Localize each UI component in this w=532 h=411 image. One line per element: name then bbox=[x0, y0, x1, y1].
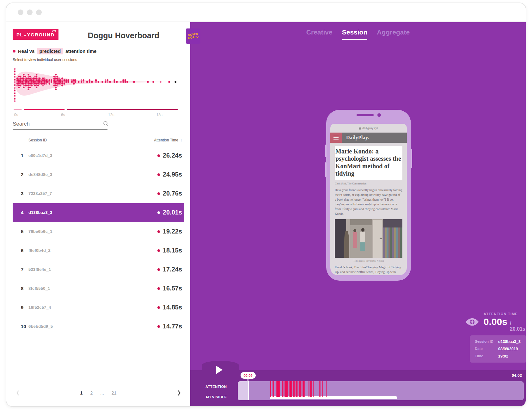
played-segment bbox=[238, 381, 248, 400]
logo-text-pre: PL bbox=[16, 32, 23, 37]
legend-real-vs: Real vs bbox=[18, 48, 35, 54]
sort-desc-icon[interactable]: ↓ bbox=[180, 138, 182, 142]
window-titlebar bbox=[6, 3, 526, 22]
legend-predicted[interactable]: predicted bbox=[37, 48, 63, 54]
table-row[interactable]: 1e00c1d7d_326.24s bbox=[13, 146, 184, 165]
table-row[interactable]: 576be6b6c_119.22s bbox=[13, 222, 184, 241]
phone-volume-button bbox=[325, 145, 327, 157]
row-attention-time: 19.22s bbox=[157, 228, 184, 235]
lock-icon bbox=[359, 127, 361, 130]
pagination: 12...21 bbox=[13, 385, 184, 401]
row-attention-time: 14.77s bbox=[157, 323, 184, 330]
tab-creative[interactable]: Creative bbox=[306, 28, 333, 40]
row-session-id: 6bebd5d9_5 bbox=[28, 324, 157, 329]
attention-stripe bbox=[310, 381, 311, 397]
beeswarm-chart[interactable]: 0s6s12s18s bbox=[13, 65, 184, 118]
table-row[interactable]: 37228a257_720.76s bbox=[13, 184, 184, 203]
table-row[interactable]: 916f52c57_414.85s bbox=[13, 298, 184, 317]
attention-stripe bbox=[276, 381, 277, 397]
attention-stripe bbox=[294, 381, 295, 397]
attention-stripe bbox=[321, 381, 321, 397]
row-attention-time: 20.01s bbox=[157, 209, 184, 216]
tab-aggregate[interactable]: Aggregate bbox=[377, 28, 410, 40]
attention-dot-icon bbox=[157, 173, 160, 176]
attention-dot-icon bbox=[157, 325, 160, 328]
article-paragraph-1: Have your friends recently begun obsessi… bbox=[335, 188, 402, 216]
traffic-light-dots[interactable] bbox=[18, 9, 42, 15]
phone-power-button bbox=[411, 149, 412, 168]
timeline-bar: 00:09 04:02 ATTENTION AD VISIBLE bbox=[190, 370, 526, 406]
row-session-id: de848d8e_3 bbox=[28, 172, 157, 177]
browser-url-bar: dailyplay.xyz bbox=[330, 124, 407, 133]
campaign-title: Doggu Hoverboard bbox=[88, 29, 159, 40]
article-paragraph-2: Kondo's book, The Life-Changing Magic of… bbox=[335, 265, 402, 275]
row-session-id: 8fcf5550_1 bbox=[28, 286, 157, 291]
row-session-id: d138baa3_3 bbox=[28, 210, 157, 215]
attention-dot-icon bbox=[157, 192, 160, 195]
row-session-id: 7228a257_7 bbox=[28, 191, 157, 196]
search-icon bbox=[103, 121, 109, 127]
col-attention-time[interactable]: Attention Time ↓ bbox=[154, 138, 184, 142]
pagination-page-21[interactable]: 21 bbox=[112, 390, 117, 395]
tooltip-stem bbox=[248, 379, 248, 381]
attention-stripe bbox=[287, 381, 288, 397]
url-text: dailyplay.xyz bbox=[362, 127, 378, 130]
playhead[interactable] bbox=[248, 381, 249, 400]
attention-stripe bbox=[319, 381, 320, 397]
attention-track[interactable] bbox=[238, 381, 524, 400]
row-attention-time: 26.24s bbox=[157, 152, 184, 159]
attention-stripe bbox=[326, 381, 327, 397]
tab-session[interactable]: Session bbox=[342, 28, 368, 40]
attention-row-label: ATTENTION bbox=[205, 385, 227, 389]
attention-dot-icon bbox=[157, 268, 160, 271]
svg-text:0s: 0s bbox=[14, 113, 18, 117]
svg-text:18s: 18s bbox=[156, 113, 162, 117]
attention-stripe bbox=[284, 381, 284, 397]
chart-legend: Real vs predicted attention time bbox=[13, 47, 184, 54]
phone-screen: dailyplay.xyz DailyPlay. Marie Kondo: a … bbox=[330, 124, 407, 275]
row-rank: 5 bbox=[13, 229, 28, 234]
logo-sup: XYZ bbox=[52, 30, 57, 32]
attention-stripe bbox=[303, 381, 304, 397]
table-row[interactable]: 7523f8e4e_117.24s bbox=[13, 260, 184, 279]
phone-notch bbox=[357, 114, 374, 116]
pagination-page-1[interactable]: 1 bbox=[80, 390, 83, 395]
row-rank: 6 bbox=[13, 248, 28, 253]
attention-stripe bbox=[273, 381, 274, 397]
table-row[interactable]: 88fcf5550_116.57s bbox=[13, 279, 184, 298]
pagination-ellipsis: ... bbox=[100, 390, 104, 395]
ad-visible-row-label: AD VISIBLE bbox=[205, 395, 227, 399]
table-row[interactable]: 6f6ef0b4d_218.15s bbox=[13, 241, 184, 260]
chevron-right-icon[interactable] bbox=[176, 389, 181, 396]
session-info-box: Session IDd138baa3_3Date08/09/2019Time19… bbox=[470, 335, 526, 363]
table-row[interactable]: 2de848d8e_324.95s bbox=[13, 165, 184, 184]
row-rank: 8 bbox=[13, 286, 28, 291]
hoverboard-creative-badge: HOVER BOARD bbox=[186, 28, 200, 44]
article-image bbox=[335, 219, 402, 258]
row-attention-time: 20.76s bbox=[157, 190, 184, 197]
col-session-id[interactable]: Session ID bbox=[28, 138, 47, 142]
attention-stripe bbox=[299, 381, 300, 397]
table-row[interactable]: 106bebd5d9_514.77s bbox=[13, 317, 184, 336]
site-header: DailyPlay. bbox=[330, 133, 407, 143]
play-button[interactable] bbox=[216, 366, 223, 374]
app-window: PL▲YGROUND XYZ Doggu Hoverboard HOVER BO… bbox=[6, 3, 526, 407]
attention-stripe bbox=[277, 381, 279, 397]
search-input[interactable] bbox=[13, 120, 107, 130]
attention-stripe bbox=[272, 381, 272, 397]
pagination-page-2[interactable]: 2 bbox=[90, 390, 93, 395]
table-row[interactable]: 4d138baa3_320.01s bbox=[13, 203, 184, 222]
attention-dot-icon bbox=[157, 154, 160, 157]
article-content: Marie Kondo: a psychologist assesses the… bbox=[330, 143, 407, 275]
row-rank: 2 bbox=[13, 172, 28, 177]
logo-triangle-icon: ▲ bbox=[23, 33, 27, 37]
article-headline: Marie Kondo: a psychologist assesses the… bbox=[335, 148, 402, 177]
row-session-id: 76be6b6c_1 bbox=[28, 229, 157, 234]
phone-mockup: dailyplay.xyz DailyPlay. Marie Kondo: a … bbox=[326, 110, 411, 281]
chevron-left-icon[interactable] bbox=[15, 390, 20, 396]
table-header: Session ID Attention Time ↓ bbox=[13, 134, 184, 146]
attention-dot-icon bbox=[157, 211, 160, 214]
session-table-body: 1e00c1d7d_326.24s2de848d8e_324.95s37228a… bbox=[13, 146, 184, 336]
legend-attention-time: attention time bbox=[65, 48, 96, 54]
site-name: DailyPlay. bbox=[342, 133, 369, 143]
